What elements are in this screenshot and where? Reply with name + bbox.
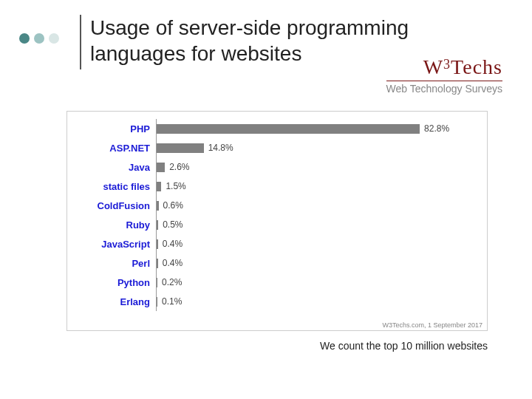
brand-name: W3Techs (386, 55, 502, 79)
bar-zone: 14.8% (156, 138, 482, 157)
brand-underline (386, 81, 502, 81)
bar-zone: 82.8% (156, 119, 482, 138)
chart-source: W3Techs.com, 1 September 2017 (382, 321, 482, 329)
bar (157, 163, 165, 172)
bar (157, 143, 204, 153)
bar-chart: PHP82.8%ASP.NET14.8%Java2.6%static files… (66, 111, 488, 331)
value-label: 0.4% (158, 258, 183, 268)
value-label: 0.4% (158, 239, 183, 249)
chart-row: ColdFusion0.6% (72, 196, 482, 215)
chart-row: Erlang0.1% (72, 292, 482, 311)
value-label: 0.6% (159, 200, 183, 211)
decorative-dots (19, 33, 59, 44)
category-label: Erlang (72, 296, 156, 307)
bar-zone: 0.1% (156, 292, 482, 311)
chart-row: Java2.6% (72, 157, 482, 177)
value-label: 0.1% (157, 296, 182, 307)
brand-sup: 3 (443, 57, 451, 72)
bar-zone: 0.4% (156, 234, 482, 253)
brand-part: W (423, 55, 443, 78)
category-label: Ruby (72, 219, 156, 231)
dot-icon (34, 33, 44, 44)
category-label: JavaScript (72, 239, 156, 250)
category-label: ASP.NET (72, 143, 156, 154)
chart-row: PHP82.8% (72, 119, 482, 138)
chart-row: Perl0.4% (72, 253, 482, 273)
category-label: static files (72, 181, 156, 192)
bar-zone: 2.6% (156, 157, 482, 177)
category-label: ColdFusion (72, 200, 156, 211)
value-label: 1.5% (161, 181, 185, 191)
value-label: 0.2% (157, 277, 182, 287)
dot-icon (19, 33, 30, 44)
bar-zone: 0.5% (156, 215, 482, 234)
bar-zone: 0.2% (156, 273, 482, 292)
value-label: 82.8% (420, 123, 449, 134)
category-label: Python (72, 277, 156, 288)
value-label: 14.8% (204, 143, 233, 153)
chart-row: static files1.5% (72, 177, 482, 196)
chart-row: Python0.2% (72, 273, 482, 292)
brand-part: Techs (451, 55, 502, 78)
footnote: We count the top 10 million websites (0, 340, 488, 352)
value-label: 0.5% (158, 219, 183, 230)
slide: Usage of server-side programming languag… (0, 0, 532, 399)
bar-zone: 0.4% (156, 253, 482, 273)
brand-tagline: Web Technology Surveys (386, 83, 502, 95)
dot-icon (49, 33, 59, 44)
title-divider (80, 15, 81, 69)
bar-zone: 0.6% (156, 196, 482, 215)
value-label: 2.6% (165, 162, 189, 172)
category-label: PHP (72, 123, 156, 134)
chart-row: ASP.NET14.8% (72, 138, 482, 157)
category-label: Perl (72, 258, 156, 269)
bar (157, 124, 420, 134)
chart-row: Ruby0.5% (72, 215, 482, 234)
bar-zone: 1.5% (156, 177, 482, 196)
category-label: Java (72, 162, 156, 173)
brand-logo: W3Techs Web Technology Surveys (386, 55, 502, 95)
chart-row: JavaScript0.4% (72, 234, 482, 253)
